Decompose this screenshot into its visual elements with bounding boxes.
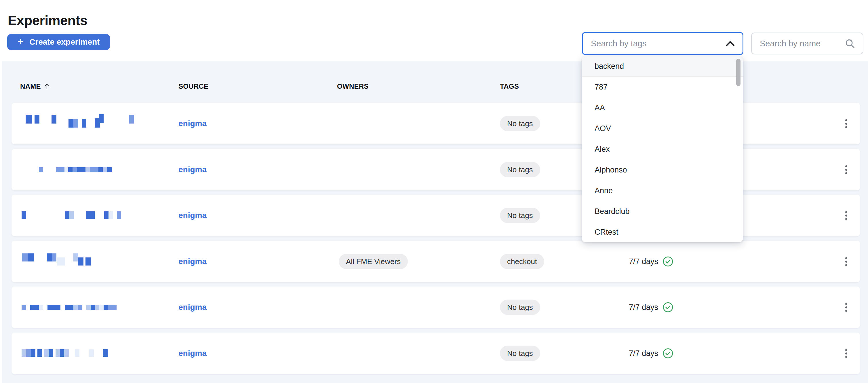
no-tags-chip: No tags [500, 116, 540, 131]
redaction-block [22, 211, 26, 219]
redaction-block [52, 254, 56, 262]
tag-option-alphonso[interactable]: Alphonso [582, 159, 743, 180]
redaction-block [60, 167, 64, 172]
owner-chip: All FME Viewers [339, 254, 408, 269]
redaction-block [86, 167, 90, 172]
redaction-block [68, 167, 72, 172]
source-link[interactable]: enigma [179, 257, 207, 266]
duration-complete-icon [662, 256, 674, 267]
duration-complete-icon [662, 302, 674, 313]
redaction-block [56, 349, 60, 357]
no-tags-chip: No tags [500, 346, 540, 361]
row-menu-button[interactable] [837, 205, 855, 226]
column-header-tags[interactable]: TAGS [500, 82, 519, 91]
duration-cell: 7/7 days [629, 302, 674, 313]
column-label: OWNERS [337, 82, 369, 90]
search-by-name-box[interactable] [751, 33, 863, 54]
source-link[interactable]: enigma [179, 211, 207, 220]
column-label: SOURCE [179, 82, 208, 90]
duration-text: 7/7 days [629, 303, 658, 312]
column-header-source[interactable]: SOURCE [179, 82, 208, 91]
experiment-row[interactable]: enigma No tags 7/7 days [11, 287, 860, 328]
row-menu-button[interactable] [837, 113, 855, 134]
redaction-block [39, 305, 43, 310]
create-experiment-button[interactable]: + Create experiment [7, 34, 110, 50]
redaction-block [72, 167, 77, 172]
redaction-block [34, 305, 39, 310]
redaction-block [82, 119, 86, 127]
plus-icon: + [18, 36, 24, 47]
redaction-block [69, 211, 74, 219]
dropdown-scrollbar-thumb[interactable] [736, 59, 741, 86]
source-link[interactable]: enigma [179, 119, 207, 128]
column-header-owners[interactable]: OWNERS [337, 82, 369, 91]
redaction-block [68, 119, 73, 127]
redaction-block [57, 258, 65, 266]
tag-option-aa[interactable]: AA [582, 97, 743, 118]
row-menu-button[interactable] [837, 297, 855, 318]
owners-cell: All FME Viewers [339, 254, 408, 269]
redaction-block [103, 167, 107, 172]
redaction-block [64, 349, 69, 357]
redaction-block [108, 305, 112, 310]
search-by-tags-input[interactable] [590, 38, 725, 49]
duration-cell: 7/7 days [629, 256, 674, 267]
redaction-block [69, 305, 73, 310]
experiment-row[interactable]: enigma No tags 7/7 days [11, 333, 860, 374]
tag-option-backend[interactable]: backend [582, 56, 743, 77]
redaction-block [64, 167, 68, 172]
redaction-block [37, 349, 42, 357]
redaction-block [52, 305, 56, 310]
search-by-tags-combobox[interactable] [582, 32, 743, 55]
row-menu-button[interactable] [837, 343, 855, 364]
tag-option-alex[interactable]: Alex [582, 139, 743, 159]
chevron-up-icon[interactable] [725, 40, 735, 47]
experiment-name-redacted [20, 333, 170, 374]
redaction-block [31, 349, 35, 357]
experiment-name-redacted [20, 103, 170, 144]
redaction-block [22, 349, 26, 357]
redaction-block [77, 167, 81, 172]
source-link[interactable]: enigma [179, 165, 207, 174]
tag-option-aov[interactable]: AOV [582, 118, 743, 139]
source-link[interactable]: enigma [179, 303, 207, 312]
tag-option-787[interactable]: 787 [582, 77, 743, 97]
tag-option-anne[interactable]: Anne [582, 180, 743, 201]
redaction-block [108, 211, 113, 219]
tags-dropdown: backend787AAAOVAlexAlphonsoAnneBeardclub… [582, 56, 743, 242]
redaction-block [44, 349, 49, 357]
experiment-name-redacted [20, 287, 170, 328]
redaction-block [30, 305, 34, 310]
tag-option-beardclub[interactable]: Beardclub [582, 201, 743, 222]
redaction-block [56, 305, 60, 310]
redaction-block [98, 167, 103, 172]
redaction-block [117, 211, 121, 219]
experiment-row[interactable]: enigma All FME Viewers checkout 7/7 days [11, 241, 860, 282]
redaction-block [78, 258, 84, 266]
duration-complete-icon [662, 348, 674, 359]
redaction-block [65, 305, 69, 310]
redaction-block [56, 167, 60, 172]
redaction-block [112, 305, 117, 310]
tags-cell: No tags [500, 300, 540, 315]
tags-cell: No tags [500, 208, 540, 223]
experiment-name-redacted [20, 149, 170, 190]
redaction-block [90, 211, 95, 219]
tag-chip: checkout [500, 254, 544, 269]
row-menu-button[interactable] [837, 159, 855, 180]
tag-option-crtest[interactable]: CRtest [582, 222, 743, 242]
sort-asc-icon [43, 83, 51, 90]
redaction-block [81, 167, 86, 172]
column-header-name[interactable]: NAME [20, 82, 51, 91]
redaction-block [103, 349, 107, 357]
row-menu-button[interactable] [837, 251, 855, 272]
source-link[interactable]: enigma [179, 349, 207, 358]
redaction-block [26, 115, 32, 123]
search-by-name-input[interactable] [759, 38, 844, 49]
redaction-block [107, 167, 112, 172]
redaction-block [22, 254, 28, 262]
redaction-block [26, 349, 31, 357]
redaction-block [22, 305, 26, 310]
redaction-block [78, 305, 82, 310]
redaction-block [28, 254, 34, 262]
